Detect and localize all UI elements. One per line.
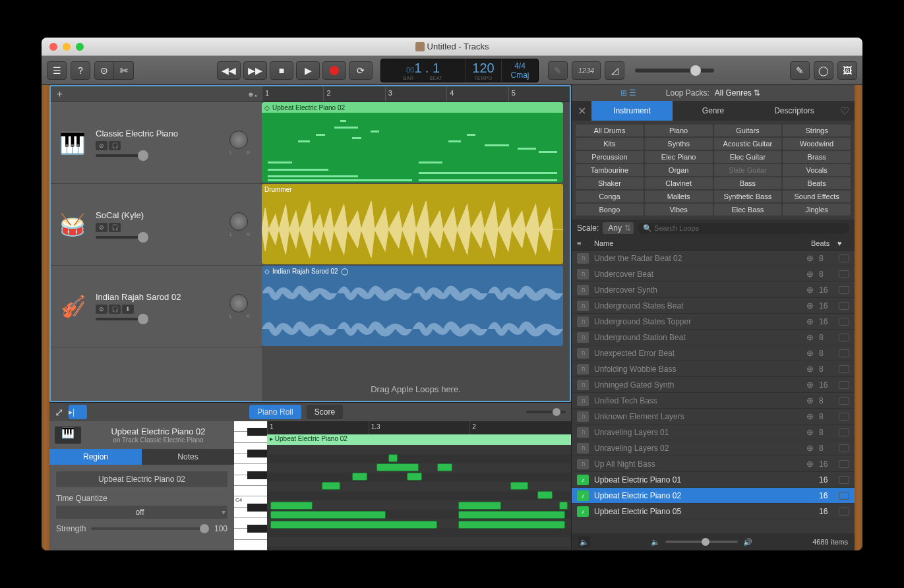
track-filter-button[interactable]: ⎈◂ (249, 90, 258, 99)
category-acoustic-guitar[interactable]: Acoustic Guitar (714, 138, 782, 150)
track-header[interactable]: 🎻 Indian Rajah Sarod 02 ⊘🎧⬇ L R (51, 266, 262, 347)
region-drummer[interactable]: Drummer (262, 184, 563, 264)
track-header[interactable]: 🎹 Classic Electric Piano ⊘🎧 L R (51, 102, 262, 184)
category-bass[interactable]: Bass (714, 177, 782, 189)
mute-btn[interactable]: ⊘ (96, 305, 107, 314)
piano-keyboard[interactable]: C4 (234, 421, 267, 550)
editor-catch-btn[interactable]: ▸| (69, 405, 87, 419)
download-icon[interactable]: ⊕ (806, 443, 814, 453)
track-volume[interactable] (96, 154, 148, 157)
loop-row[interactable]: ♪ Upbeat Electric Piano 01 16 (572, 472, 855, 488)
strength-slider[interactable] (91, 527, 209, 530)
close-button[interactable] (49, 43, 57, 51)
category-piano[interactable]: Piano (645, 125, 713, 136)
category-shaker[interactable]: Shaker (576, 177, 644, 189)
quantize-select[interactable]: off ▾ (56, 506, 227, 519)
fav-checkbox[interactable] (839, 397, 849, 405)
category-bongo[interactable]: Bongo (576, 204, 644, 216)
category-tambourine[interactable]: Tambourine (576, 164, 644, 176)
close-filter-button[interactable]: ✕ (572, 101, 591, 121)
zoom-button[interactable] (76, 43, 84, 51)
download-icon[interactable]: ⊕ (806, 427, 814, 437)
category-conga[interactable]: Conga (576, 191, 644, 202)
ruler-mark[interactable]: 4 (446, 86, 508, 102)
region-piano[interactable]: ◇ Upbeat Electric Piano 02 (262, 102, 563, 183)
view-buttons[interactable]: ⊞ ☰ (620, 88, 636, 98)
input-btn[interactable]: ⬇ (122, 305, 134, 314)
fav-checkbox[interactable] (839, 270, 849, 278)
col-type-icon[interactable]: ≡ (577, 239, 594, 247)
master-volume[interactable] (635, 69, 714, 73)
ruler-mark[interactable]: 5 (508, 86, 570, 102)
smart-controls-button[interactable]: ⊙ (94, 61, 114, 80)
stop-button[interactable]: ■ (270, 61, 293, 80)
fav-checkbox[interactable] (839, 349, 849, 357)
tab-score[interactable]: Score (307, 405, 343, 419)
category-slide-guitar[interactable]: Slide Guitar (714, 164, 782, 176)
loop-browser-button[interactable]: ◯ (814, 61, 833, 80)
download-icon[interactable]: ⊕ (806, 285, 814, 295)
loop-row[interactable]: ⎍ Unraveling Layers 02 ⊕ 8 (572, 440, 855, 456)
category-elec-bass[interactable]: Elec Bass (714, 204, 782, 216)
category-kits[interactable]: Kits (576, 138, 644, 150)
metronome-button[interactable]: ◿ (605, 61, 624, 80)
media-browser-button[interactable]: 🖼 (837, 61, 857, 80)
download-icon[interactable]: ⊕ (806, 301, 814, 310)
zoom-slider[interactable] (526, 411, 566, 413)
pan-knob[interactable] (229, 131, 248, 149)
category-woodwind[interactable]: Woodwind (783, 138, 851, 150)
category-mallets[interactable]: Mallets (645, 191, 713, 202)
lcd-display[interactable]: 001 . 1BARBEAT 120TEMPO 4/4Cmaj (380, 59, 539, 82)
download-icon[interactable]: ⊕ (806, 316, 814, 326)
play-button[interactable]: ▶ (296, 61, 320, 80)
download-icon[interactable]: ⊕ (806, 253, 814, 263)
notepad-button[interactable]: ✎ (790, 61, 810, 80)
download-icon[interactable]: ⊕ (806, 269, 814, 279)
loop-row[interactable]: ⎍ Underground States Topper ⊕ 16 (572, 314, 855, 330)
fav-checkbox[interactable] (839, 302, 849, 310)
region-sarod[interactable]: ◇ Indian Rajah Sarod 02 ◯ (262, 266, 563, 346)
editors-button[interactable]: ✄ (114, 61, 134, 80)
headphone-btn[interactable]: 🎧 (109, 305, 121, 314)
fav-checkbox[interactable] (839, 428, 849, 436)
download-icon[interactable]: ⊕ (806, 396, 814, 405)
loop-row[interactable]: ⎍ Unfolding Wobble Bass ⊕ 8 (572, 361, 855, 377)
track-volume[interactable] (96, 236, 148, 239)
fav-checkbox[interactable] (839, 413, 849, 421)
loop-row[interactable]: ⎍ Underground States Beat ⊕ 16 (572, 298, 855, 314)
download-icon[interactable]: ⊕ (806, 348, 814, 358)
arrange-area[interactable]: 12345 ◇ Upbeat Electric Piano 02 (262, 86, 570, 401)
loop-row[interactable]: ⎍ Unknown Element Layers ⊕ 8 (572, 409, 855, 425)
timeline-ruler[interactable]: 12345 (262, 86, 570, 102)
preview-volume[interactable] (665, 541, 738, 543)
ruler-mark[interactable]: 2 (323, 86, 384, 102)
fav-checkbox[interactable] (839, 460, 849, 468)
category-percussion[interactable]: Percussion (576, 151, 644, 163)
category-clavinet[interactable]: Clavinet (645, 177, 713, 189)
category-vibes[interactable]: Vibes (645, 204, 713, 216)
headphone-btn[interactable]: 🎧 (109, 141, 121, 150)
loop-row[interactable]: ⎍ Under the Radar Beat 02 ⊕ 8 (572, 250, 855, 266)
loop-list[interactable]: ⎍ Under the Radar Beat 02 ⊕ 8 ⎍ Undercov… (572, 250, 855, 533)
fav-checkbox[interactable] (839, 492, 849, 500)
preview-mute[interactable]: 🔈 (578, 536, 590, 548)
download-icon[interactable]: ⊕ (806, 380, 814, 390)
loop-row[interactable]: ⎍ Unhinged Gated Synth ⊕ 16 (572, 377, 855, 393)
minimize-button[interactable] (63, 43, 71, 51)
subtab-notes[interactable]: Notes (142, 449, 234, 465)
track-volume[interactable] (96, 318, 148, 320)
pan-knob[interactable] (229, 212, 248, 231)
category-synthetic-bass[interactable]: Synthetic Bass (714, 191, 782, 202)
category-all-drums[interactable]: All Drums (576, 125, 644, 136)
fav-checkbox[interactable] (839, 508, 849, 515)
fav-checkbox[interactable] (839, 476, 849, 484)
piano-roll[interactable]: 11.32 ▸ Upbeat Electric Piano 02 (267, 421, 571, 550)
ruler-mark[interactable]: 3 (385, 86, 446, 102)
loop-row[interactable]: ♪ Upbeat Electric Piano 05 16 (572, 504, 855, 519)
add-track-button[interactable]: ＋ (55, 88, 65, 100)
fav-checkbox[interactable] (839, 286, 849, 294)
loop-row[interactable]: ⎍ Unraveling Layers 01 ⊕ 8 (572, 425, 855, 440)
forward-button[interactable]: ▶▶ (243, 61, 267, 80)
loop-row[interactable]: ⎍ Unified Tech Bass ⊕ 8 (572, 393, 855, 409)
track-header[interactable]: 🥁 SoCal (Kyle) ⊘🎧 L R (51, 184, 262, 266)
